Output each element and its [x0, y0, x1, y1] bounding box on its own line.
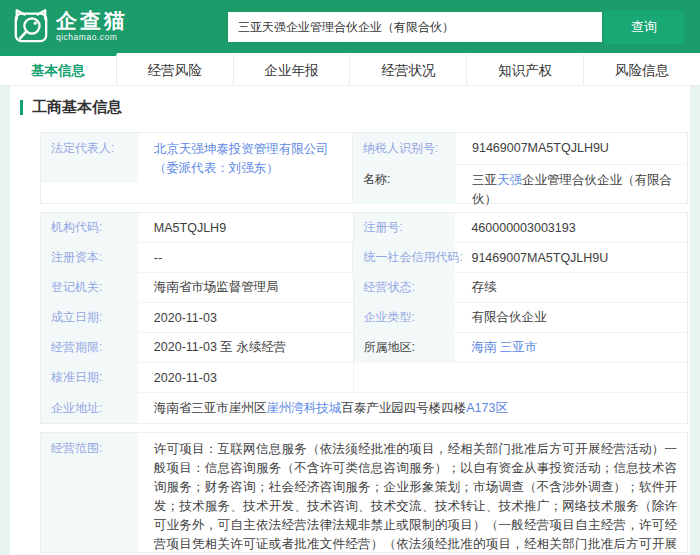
cat-magnifier-icon: [12, 7, 50, 45]
tab-intellectual-property[interactable]: 知识产权: [467, 53, 584, 85]
empty-cell: [353, 363, 456, 393]
company-name-pre: 三亚: [472, 173, 497, 187]
reg-authority-value: 海南省市场监督管理局: [138, 279, 353, 296]
company-name-value: 三亚天强企业管理合伙企业（有限合伙）: [456, 165, 688, 204]
address-pre: 海南省三亚市崖州区: [154, 401, 267, 415]
content-card: 工商基本信息 法定代表人: 北京天强坤泰投资管理有限公司（委派代表：刘强东） 纳…: [10, 86, 690, 555]
search-input[interactable]: [228, 12, 602, 42]
tab-business-risk[interactable]: 经营风险: [117, 53, 234, 85]
establish-date-value: 2020-11-03: [138, 311, 353, 325]
legal-rep-link[interactable]: 北京天强坤泰投资管理有限公司（委派代表：刘强东）: [138, 133, 352, 183]
credit-code-value: 91469007MA5TQJLH9U: [455, 251, 687, 265]
address-value: 海南省三亚市崖州区崖州湾科技城百泰产业园四号楼四楼A173区: [138, 400, 687, 417]
section-title-text: 工商基本信息: [32, 98, 122, 117]
tab-risk-info[interactable]: 风险信息: [584, 53, 700, 85]
brand-domain: qichamao.com: [56, 32, 128, 42]
biz-scope-label: 经营范围:: [41, 433, 138, 552]
establish-date-label: 成立日期:: [41, 303, 138, 333]
table-row: 企业地址: 海南省三亚市崖州区崖州湾科技城百泰产业园四号楼四楼A173区: [41, 393, 687, 423]
table-row: 经营期限: 2020-11-03 至 永续经营 所属地区: 海南 三亚市: [41, 333, 687, 363]
biz-term-label: 经营期限:: [41, 333, 138, 363]
approval-date-value: 2020-11-03: [138, 371, 353, 385]
legal-rep-label: 法定代表人:: [41, 133, 138, 183]
org-code-value: MA5TQJLH9: [138, 221, 353, 235]
address-park-link[interactable]: 崖州湾科技城: [266, 401, 341, 415]
title-accent-bar: [20, 100, 23, 115]
address-mid: 百泰产业园四号楼四楼: [341, 401, 466, 415]
reg-capital-label: 注册资本:: [41, 243, 138, 273]
region-link[interactable]: 海南 三亚市: [455, 339, 687, 356]
table-row: 核准日期: 2020-11-03: [41, 363, 687, 393]
taxpayer-id-label: 纳税人识别号:: [353, 133, 456, 165]
address-zone-link[interactable]: A173区: [466, 401, 508, 415]
biz-status-label: 经营状态:: [353, 273, 456, 303]
section-title: 工商基本信息: [20, 98, 690, 116]
reg-no-label: 注册号:: [353, 213, 456, 243]
approval-date-label: 核准日期:: [41, 363, 138, 393]
table-row: 注册资本: -- 统一社会信用代码: 91469007MA5TQJLH9U: [41, 243, 687, 273]
search-button[interactable]: 查询: [604, 10, 684, 44]
qichamao-logo[interactable]: 企查猫 qichamao.com: [12, 7, 128, 45]
table-row: 法定代表人: 北京天强坤泰投资管理有限公司（委派代表：刘强东）: [41, 133, 352, 183]
app-header: 企查猫 qichamao.com 查询: [0, 0, 700, 53]
taxpayer-id-value: 91469007MA5TQJLH9U: [456, 139, 688, 158]
credit-code-label: 统一社会信用代码:: [352, 243, 455, 273]
page-background: 工商基本信息 法定代表人: 北京天强坤泰投资管理有限公司（委派代表：刘强东） 纳…: [0, 86, 700, 555]
brand-name: 企查猫: [56, 10, 128, 32]
company-type-value: 有限合伙企业: [455, 309, 687, 326]
company-type-label: 企业类型:: [353, 303, 456, 333]
tab-bar: 基本信息 经营风险 企业年报 经营状况 知识产权 风险信息: [0, 53, 700, 86]
table-row: 成立日期: 2020-11-03 企业类型: 有限合伙企业: [41, 303, 687, 333]
company-name-highlight: 天强: [497, 173, 522, 187]
table-row: 名称: 三亚天强企业管理合伙企业（有限合伙）: [353, 165, 688, 204]
biz-status-value: 存续: [455, 279, 687, 296]
reg-authority-label: 登记机关:: [41, 273, 138, 303]
table-block-scope: 经营范围: 许可项目：互联网信息服务（依法须经批准的项目，经相关部门批准后方可开…: [40, 432, 688, 553]
table-row: 机构代码: MA5TQJLH9 注册号: 460000003003193: [41, 213, 687, 243]
table-row: 纳税人识别号: 91469007MA5TQJLH9U: [353, 133, 688, 165]
brand-text: 企查猫 qichamao.com: [56, 10, 128, 42]
biz-scope-value: 许可项目：互联网信息服务（依法须经批准的项目，经相关部门批准后方可开展经营活动）…: [138, 433, 687, 552]
biz-term-value: 2020-11-03 至 永续经营: [138, 339, 353, 356]
address-label: 企业地址:: [41, 393, 138, 423]
table-block-identity: 法定代表人: 北京天强坤泰投资管理有限公司（委派代表：刘强东） 纳税人识别号: …: [40, 132, 688, 204]
table-row: 登记机关: 海南省市场监督管理局 经营状态: 存续: [41, 273, 687, 303]
table-block-registration: 机构代码: MA5TQJLH9 注册号: 460000003003193 注册资…: [40, 212, 688, 424]
tab-annual-report[interactable]: 企业年报: [234, 53, 351, 85]
reg-no-value: 460000003003193: [455, 221, 687, 235]
tab-basic-info[interactable]: 基本信息: [0, 53, 117, 85]
reg-capital-value: --: [138, 251, 353, 265]
region-label: 所属地区:: [353, 333, 456, 363]
business-info-table: 法定代表人: 北京天强坤泰投资管理有限公司（委派代表：刘强东） 纳税人识别号: …: [40, 132, 688, 553]
org-code-label: 机构代码:: [41, 213, 138, 243]
company-name-label: 名称:: [353, 165, 456, 204]
tab-operating-status[interactable]: 经营状况: [350, 53, 467, 85]
